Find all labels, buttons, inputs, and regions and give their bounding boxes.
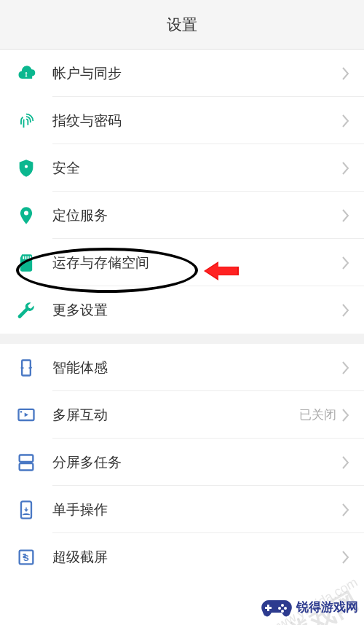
row-storage[interactable]: 运存与存储空间 bbox=[0, 239, 364, 286]
row-label: 智能体感 bbox=[52, 358, 342, 377]
cloud-sync-icon bbox=[12, 59, 41, 88]
row-one-hand[interactable]: 单手操作 bbox=[0, 486, 364, 533]
svg-point-1 bbox=[24, 211, 28, 215]
chevron-right-icon bbox=[342, 361, 349, 374]
row-label: 更多设置 bbox=[52, 301, 342, 320]
site-badge: 锐得游戏网 bbox=[260, 594, 358, 619]
svg-point-21 bbox=[278, 607, 281, 610]
svg-rect-8 bbox=[20, 411, 22, 412]
svg-point-0 bbox=[25, 165, 28, 168]
row-detail: 已关闭 bbox=[299, 406, 336, 423]
row-super-screenshot[interactable]: S 超级截屏 bbox=[0, 533, 364, 581]
svg-rect-3 bbox=[25, 256, 26, 259]
sd-card-icon bbox=[12, 248, 41, 278]
chevron-right-icon bbox=[342, 551, 349, 564]
chevron-right-icon bbox=[342, 409, 349, 422]
svg-text:S: S bbox=[23, 552, 29, 562]
row-label: 帐户与同步 bbox=[52, 64, 342, 83]
svg-point-20 bbox=[281, 610, 284, 613]
row-security[interactable]: 安全 bbox=[0, 144, 364, 192]
row-label: 定位服务 bbox=[52, 206, 342, 225]
gamepad-icon bbox=[260, 594, 293, 619]
svg-rect-5 bbox=[30, 256, 31, 259]
svg-point-19 bbox=[284, 607, 287, 610]
shield-icon bbox=[12, 154, 41, 183]
chevron-right-icon bbox=[342, 162, 349, 175]
svg-rect-4 bbox=[28, 256, 29, 259]
row-label: 超级截屏 bbox=[52, 548, 342, 567]
chevron-right-icon bbox=[342, 209, 349, 222]
row-label: 安全 bbox=[52, 159, 342, 178]
row-label: 单手操作 bbox=[52, 500, 342, 519]
wrench-icon bbox=[12, 296, 41, 325]
row-label: 多屏互动 bbox=[52, 406, 299, 425]
chevron-right-icon bbox=[342, 456, 349, 469]
header: 设置 bbox=[0, 0, 364, 50]
multiscreen-icon bbox=[12, 401, 41, 430]
svg-rect-10 bbox=[20, 463, 33, 470]
row-more-settings[interactable]: 更多设置 bbox=[0, 286, 364, 334]
svg-point-18 bbox=[281, 604, 284, 607]
split-screen-icon bbox=[12, 448, 41, 477]
location-pin-icon bbox=[12, 201, 41, 230]
chevron-right-icon bbox=[342, 256, 349, 270]
row-location[interactable]: 定位服务 bbox=[0, 192, 364, 239]
badge-text: 锐得游戏网 bbox=[296, 599, 358, 616]
chevron-right-icon bbox=[342, 503, 349, 516]
svg-marker-7 bbox=[25, 412, 28, 417]
fingerprint-icon bbox=[12, 106, 41, 135]
page-title: 设置 bbox=[167, 15, 197, 35]
row-label: 分屏多任务 bbox=[52, 453, 342, 472]
row-label: 指纹与密码 bbox=[52, 111, 342, 130]
svg-rect-2 bbox=[23, 256, 24, 259]
chevron-right-icon bbox=[342, 67, 349, 80]
svg-rect-17 bbox=[265, 607, 272, 609]
screenshot-icon: S bbox=[12, 543, 41, 572]
row-label: 运存与存储空间 bbox=[52, 253, 342, 272]
one-hand-icon bbox=[12, 495, 41, 524]
gesture-icon bbox=[12, 353, 41, 382]
section-divider bbox=[0, 334, 364, 344]
settings-group-b: 智能体感 多屏互动 已关闭 分屏多任务 单手操作 S 超级截屏 bbox=[0, 344, 364, 581]
chevron-right-icon bbox=[342, 114, 349, 127]
row-smart-gesture[interactable]: 智能体感 bbox=[0, 344, 364, 391]
row-split-screen[interactable]: 分屏多任务 bbox=[0, 439, 364, 486]
row-fingerprint-password[interactable]: 指纹与密码 bbox=[0, 97, 364, 144]
row-multiscreen[interactable]: 多屏互动 已关闭 bbox=[0, 391, 364, 439]
chevron-right-icon bbox=[342, 304, 349, 317]
settings-group-a: 帐户与同步 指纹与密码 安全 定位服务 运存与存储空间 更多设置 bbox=[0, 50, 364, 334]
svg-rect-9 bbox=[20, 455, 33, 461]
row-account-sync[interactable]: 帐户与同步 bbox=[0, 50, 364, 97]
